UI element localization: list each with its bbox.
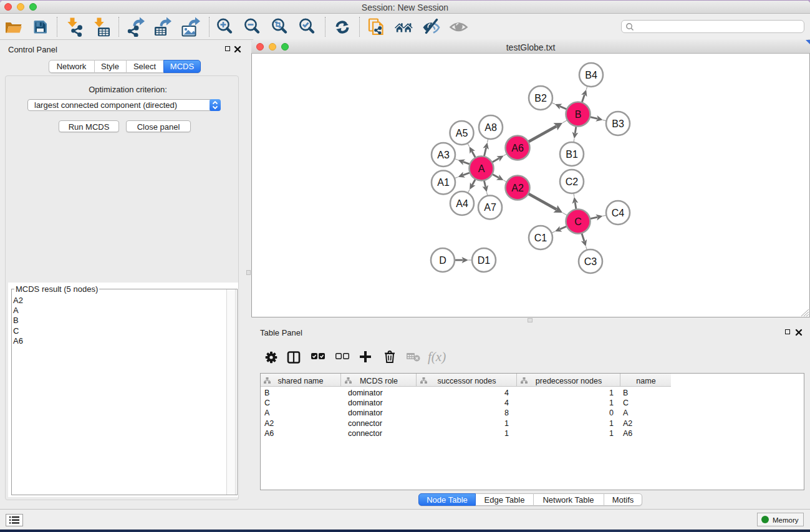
svg-text:C4: C4 [612,208,625,218]
svg-text:C1: C1 [534,233,547,243]
svg-text:C2: C2 [566,177,579,187]
svg-text:A5: A5 [456,128,468,138]
svg-text:B2: B2 [534,93,547,104]
svg-text:A: A [478,163,485,174]
svg-text:A7: A7 [484,202,496,213]
svg-text:C3: C3 [584,256,597,267]
svg-text:D: D [439,255,446,266]
svg-text:A4: A4 [456,198,468,209]
svg-text:D1: D1 [478,255,491,266]
svg-text:A3: A3 [437,150,450,160]
svg-text:A8: A8 [485,122,497,133]
svg-text:B4: B4 [585,70,597,80]
svg-text:B: B [575,109,582,120]
svg-text:B3: B3 [612,118,624,129]
svg-text:C: C [574,216,582,227]
svg-text:A2: A2 [511,183,524,193]
svg-text:A1: A1 [437,177,450,188]
svg-text:B1: B1 [566,149,578,160]
svg-text:A6: A6 [511,143,524,153]
